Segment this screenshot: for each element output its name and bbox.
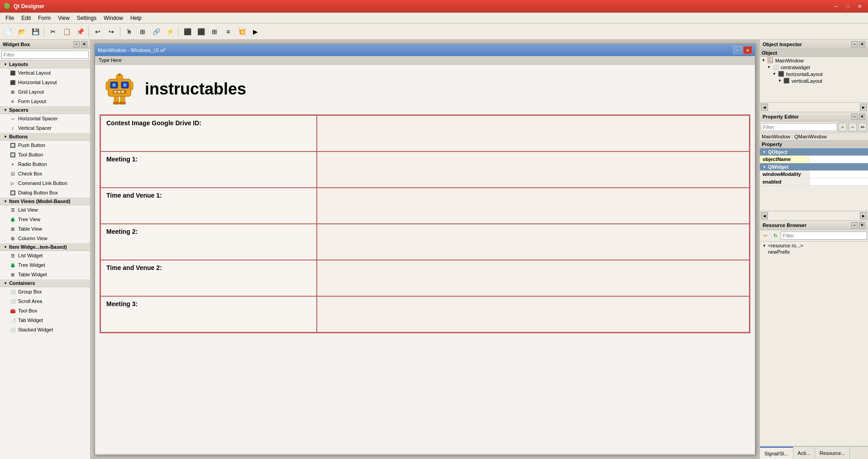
menu-view[interactable]: View (54, 14, 73, 22)
maximize-button[interactable]: □ (843, 2, 853, 11)
design-window-minimize[interactable]: ─ (733, 46, 742, 54)
widget-radio-button[interactable]: ⚬ Radio Button (0, 160, 90, 169)
form-input-2[interactable] (317, 188, 749, 224)
widget-vertical-spacer[interactable]: ↕ Vertical Spacer (0, 123, 90, 133)
toolbar-edit-signals[interactable]: ⚡ (163, 25, 176, 38)
prop-value-objectname[interactable] (810, 156, 868, 163)
toolbar-edit-widgets[interactable]: 🖱 (123, 25, 135, 38)
minimize-button[interactable]: ─ (831, 2, 841, 11)
prop-section-qobject[interactable]: QObject (760, 148, 868, 156)
resource-browser-close[interactable]: ✕ (859, 222, 865, 228)
form-input-3[interactable] (317, 224, 749, 260)
category-spacers[interactable]: Spacers (0, 106, 90, 114)
toolbar-open[interactable]: 📂 (15, 25, 28, 38)
resource-filter-input[interactable] (781, 232, 867, 240)
toolbar-layout-grid[interactable]: ⊞ (208, 25, 221, 38)
widget-column-view[interactable]: ⊞ Column View (0, 234, 90, 243)
widget-vertical-layout[interactable]: ⬛ Vertical Layout (0, 68, 90, 78)
widget-grid-layout[interactable]: ⊞ Grid Layout (0, 87, 90, 97)
object-inspector-pin[interactable]: − (851, 41, 858, 47)
widget-tree-view[interactable]: 🌲 Tree View (0, 215, 90, 224)
prop-value-enabled[interactable] (810, 178, 868, 185)
property-editor-pin[interactable]: − (851, 114, 858, 120)
category-layouts[interactable]: Layouts (0, 61, 90, 68)
widget-tool-box[interactable]: 🧰 Tool Box (0, 306, 90, 316)
toolbar-save[interactable]: 💾 (29, 25, 42, 38)
menu-form[interactable]: Form (34, 14, 54, 22)
prop-section-qwidget[interactable]: QWidget (760, 163, 868, 170)
resource-tree-prefix[interactable]: newPrefix (766, 249, 867, 255)
widget-tab-widget[interactable]: 📑 Tab Widget (0, 316, 90, 325)
toolbar-new[interactable]: 📄 (2, 25, 14, 38)
tree-item-centralwidget[interactable]: ▼ ⬜ centralwidget (765, 64, 868, 71)
design-window-close[interactable]: ✕ (743, 46, 752, 54)
form-input-4[interactable] (317, 260, 749, 296)
form-input-0[interactable] (317, 115, 749, 151)
tree-item-horizontallayout[interactable]: ▼ ⬛ horizontalLayout (771, 71, 868, 77)
widget-group-box[interactable]: ⬜ Group Box (0, 287, 90, 297)
tree-item-verticallayout[interactable]: ▼ ⬛ verticalLayout (776, 77, 868, 84)
toolbar-layout-form[interactable]: ≡ (222, 25, 234, 38)
resource-reload-btn[interactable]: ↻ (771, 231, 780, 240)
widget-filter-input[interactable] (1, 51, 89, 59)
prop-row-objectname[interactable]: objectName (760, 156, 868, 163)
resource-browser-pin[interactable]: − (851, 222, 858, 228)
widget-check-box[interactable]: ☑ Check Box (0, 169, 90, 179)
type-here-bar[interactable]: Type Here (95, 56, 755, 65)
widget-stacked-widget[interactable]: ⬜ Stacked Widget (0, 325, 90, 335)
toolbar-layout-h[interactable]: ⬛ (181, 25, 194, 38)
toolbar-paste[interactable]: 📌 (74, 25, 86, 38)
inspector-scroll-left[interactable]: ◀ (761, 104, 768, 111)
form-input-1[interactable] (317, 151, 749, 188)
prop-value-windowmodality[interactable] (810, 170, 868, 178)
property-editor-close[interactable]: ✕ (859, 114, 865, 120)
widget-command-link-button[interactable]: ▷ Command Link Button (0, 179, 90, 188)
menu-file[interactable]: File (2, 14, 18, 22)
widget-box-pin[interactable]: − (73, 41, 80, 47)
toolbar-break-layout[interactable]: 💥 (235, 25, 248, 38)
widget-form-layout[interactable]: ≡ Form Layout (0, 97, 90, 106)
toolbar-redo[interactable]: ↪ (105, 25, 118, 38)
widget-list-view[interactable]: ☰ List View (0, 205, 90, 215)
toolbar-edit-tab-order[interactable]: ⊞ (136, 25, 149, 38)
toolbar-undo[interactable]: ↩ (91, 25, 104, 38)
category-buttons[interactable]: Buttons (0, 133, 90, 141)
tree-item-mainwindow[interactable]: ▼ 🪟 MainWindow (760, 57, 868, 64)
property-remove-btn[interactable]: − (848, 123, 857, 132)
object-inspector-close[interactable]: ✕ (859, 41, 865, 47)
widget-table-widget[interactable]: ⊞ Table Widget (0, 270, 90, 279)
tab-actions[interactable]: Acti... (793, 447, 816, 459)
property-scroll-right[interactable]: ▶ (860, 212, 867, 219)
resource-edit-btn[interactable]: ✏ (761, 231, 770, 240)
close-button[interactable]: ✕ (854, 2, 864, 11)
category-item-widgets[interactable]: Item Widge...tem-Based) (0, 243, 90, 251)
property-config-btn[interactable]: ✏ (858, 123, 867, 132)
toolbar-edit-buddies[interactable]: 🔗 (150, 25, 162, 38)
widget-horizontal-spacer[interactable]: ↔ Horizontal Spacer (0, 114, 90, 123)
category-item-views[interactable]: Item Views (Model-Based) (0, 198, 90, 205)
widget-push-button[interactable]: 🔲 Push Button (0, 141, 90, 150)
widget-list-widget[interactable]: ☰ List Widget (0, 251, 90, 260)
property-scroll-left[interactable]: ◀ (761, 212, 768, 219)
widget-table-view[interactable]: ⊞ Table View (0, 224, 90, 234)
menu-help[interactable]: Help (127, 14, 145, 22)
menu-settings[interactable]: Settings (73, 14, 100, 22)
tab-signal-slots[interactable]: Signal/Sl... (760, 447, 793, 459)
menu-window[interactable]: Window (100, 14, 127, 22)
menu-edit[interactable]: Edit (18, 14, 34, 22)
widget-dialog-button-box[interactable]: 🔲 Dialog Button Box (0, 188, 90, 198)
widget-horizontal-layout[interactable]: ⬛ Horizontal Layout (0, 78, 90, 87)
toolbar-layout-v[interactable]: ⬛ (195, 25, 207, 38)
property-add-btn[interactable]: + (838, 123, 847, 132)
inspector-scroll-right[interactable]: ▶ (860, 104, 867, 111)
category-containers[interactable]: Containers (0, 279, 90, 287)
widget-tool-button[interactable]: 🔲 Tool Button (0, 150, 90, 160)
resource-tree-root[interactable]: ▼ <resource ro...> (761, 242, 867, 249)
property-filter-input[interactable] (761, 123, 837, 131)
widget-box-close[interactable]: ✕ (81, 41, 87, 47)
form-input-5[interactable] (317, 296, 749, 332)
toolbar-copy[interactable]: 📋 (60, 25, 73, 38)
prop-row-windowmodality[interactable]: windowModality (760, 170, 868, 178)
widget-tree-widget[interactable]: 🌲 Tree Widget (0, 260, 90, 270)
toolbar-preview[interactable]: ▶ (249, 25, 262, 38)
